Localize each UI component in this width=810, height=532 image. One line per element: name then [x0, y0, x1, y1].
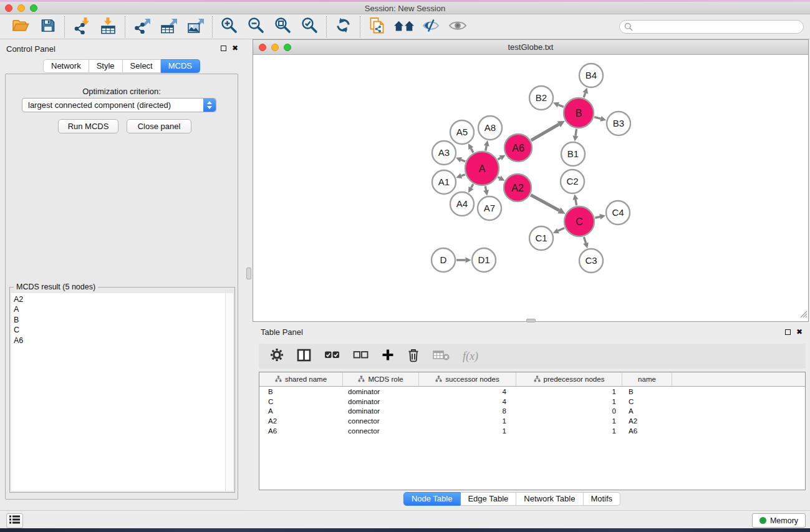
save-session-button[interactable] [34, 16, 61, 38]
edge-B-B3[interactable] [594, 116, 606, 122]
hide-panels-button[interactable] [417, 16, 444, 38]
deselect-all-columns-button[interactable] [353, 351, 369, 362]
node-A4[interactable]: A4 [450, 192, 474, 216]
node-B4[interactable]: B4 [579, 64, 603, 87]
network-canvas[interactable]: AA6A2BCA5A8A3A1A4A7B2B4B3B1C2C4C1C3DD1 [253, 55, 808, 321]
copy-network-button[interactable] [364, 16, 390, 38]
edge-C-C3[interactable] [583, 237, 589, 248]
tab-mcds[interactable]: MCDS [161, 59, 200, 73]
table-row[interactable]: A2connector11A2 [259, 416, 805, 426]
run-mcds-button[interactable]: Run MCDS [58, 119, 118, 133]
edge-A-A4[interactable] [468, 184, 473, 193]
tab-node-table[interactable]: Node Table [403, 492, 461, 506]
float-panel-icon[interactable] [221, 46, 226, 51]
table-row[interactable]: Bdominator41B [259, 387, 805, 397]
node-A3[interactable]: A3 [432, 141, 456, 165]
float-table-panel-icon[interactable] [785, 329, 791, 335]
table-row[interactable]: Adominator80A [259, 407, 805, 417]
edge-C-C2[interactable] [573, 194, 579, 205]
edge-C-C4[interactable] [595, 214, 605, 220]
tab-select[interactable]: Select [123, 59, 161, 73]
search-input[interactable] [619, 20, 804, 34]
edge-B-B4[interactable] [582, 87, 588, 97]
column-header-shared-name[interactable]: shared name [259, 372, 343, 386]
edge-A6-B[interactable] [531, 121, 565, 140]
export-table-button[interactable] [155, 16, 182, 38]
node-C2[interactable]: C2 [561, 170, 584, 193]
node-D1[interactable]: D1 [472, 248, 496, 272]
close-panel-button[interactable]: Close panel [127, 119, 191, 133]
edge-A-A2[interactable] [498, 176, 504, 181]
edge-C-C1[interactable] [553, 228, 564, 234]
edge-A-A8[interactable] [484, 140, 489, 150]
delete-column-button[interactable] [407, 348, 420, 365]
home-views-button[interactable] [390, 16, 417, 38]
node-A6[interactable]: A6 [504, 134, 532, 162]
node-table[interactable]: shared nameMCDS rolesuccessor nodesprede… [259, 372, 806, 490]
network-hscroll-thumb[interactable] [526, 319, 536, 322]
tab-network-table[interactable]: Network Table [516, 492, 583, 506]
mcds-result-item[interactable]: A [14, 304, 223, 314]
edge-A-A6[interactable] [498, 155, 505, 160]
edge-B-B1[interactable] [573, 129, 579, 142]
mcds-result-item[interactable]: C [14, 325, 223, 335]
show-columns-button[interactable] [297, 349, 311, 364]
memory-button[interactable]: Memory [752, 513, 806, 528]
node-C1[interactable]: C1 [529, 226, 553, 250]
node-C[interactable]: C [564, 206, 594, 236]
node-B1[interactable]: B1 [561, 142, 585, 166]
node-B[interactable]: B [564, 98, 594, 128]
tab-network[interactable]: Network [43, 59, 89, 73]
column-header-predecessor-nodes[interactable]: predecessor nodes [516, 372, 622, 386]
node-B2[interactable]: B2 [529, 86, 553, 110]
edge-B-B2[interactable] [553, 102, 564, 107]
resize-grip-icon[interactable] [799, 309, 808, 321]
refresh-view-button[interactable] [330, 16, 357, 38]
column-header-name[interactable]: name [622, 372, 672, 386]
node-A2[interactable]: A2 [504, 174, 531, 201]
table-row[interactable]: A6connector11A6 [259, 426, 805, 436]
mcds-result-item[interactable]: B [14, 315, 223, 325]
close-table-panel-icon[interactable]: ✖ [796, 328, 803, 336]
edge-A-A3[interactable] [456, 157, 465, 162]
edge-A-A7[interactable] [483, 186, 489, 196]
vertical-splitter-handle[interactable] [246, 268, 251, 279]
node-A1[interactable]: A1 [432, 170, 456, 194]
edge-D-D1[interactable] [456, 258, 471, 263]
export-image-button[interactable] [182, 16, 209, 38]
mcds-list-scrollbar[interactable] [225, 293, 233, 491]
mcds-result-item[interactable]: A6 [14, 336, 223, 346]
zoom-selected-button[interactable] [296, 16, 323, 38]
show-eye-button[interactable] [444, 16, 471, 38]
column-header-mcds-role[interactable]: MCDS role [343, 372, 419, 386]
node-A8[interactable]: A8 [478, 116, 502, 140]
close-panel-icon[interactable]: ✖ [232, 44, 238, 52]
mcds-result-item[interactable]: A2 [14, 294, 223, 304]
import-table-button[interactable] [95, 16, 122, 38]
add-column-button[interactable] [382, 349, 394, 364]
node-A[interactable]: A [465, 152, 499, 185]
table-settings-button[interactable] [270, 348, 284, 364]
select-all-columns-button[interactable] [324, 351, 340, 362]
import-network-button[interactable] [68, 16, 95, 38]
edge-A2-C[interactable] [531, 195, 566, 213]
open-session-button[interactable] [7, 16, 34, 38]
zoom-fit-button[interactable] [269, 16, 296, 38]
tab-style[interactable]: Style [89, 59, 123, 73]
tab-edge-table[interactable]: Edge Table [460, 492, 516, 506]
criterion-dropdown[interactable]: largest connected component (directed) [22, 98, 216, 112]
edge-A-A5[interactable] [468, 143, 473, 153]
node-C4[interactable]: C4 [606, 201, 630, 225]
node-D[interactable]: D [432, 248, 455, 272]
table-row[interactable]: Cdominator41C [259, 397, 805, 407]
node-B3[interactable]: B3 [607, 112, 630, 135]
export-network-button[interactable] [128, 16, 155, 38]
node-C3[interactable]: C3 [579, 249, 603, 273]
delete-table-button[interactable] [433, 349, 450, 364]
zoom-out-button[interactable] [243, 16, 269, 38]
tab-motifs[interactable]: Motifs [583, 492, 620, 506]
node-A7[interactable]: A7 [478, 196, 501, 220]
edge-A-A1[interactable] [456, 173, 465, 178]
task-history-button[interactable] [6, 513, 23, 528]
zoom-in-button[interactable] [216, 16, 243, 38]
